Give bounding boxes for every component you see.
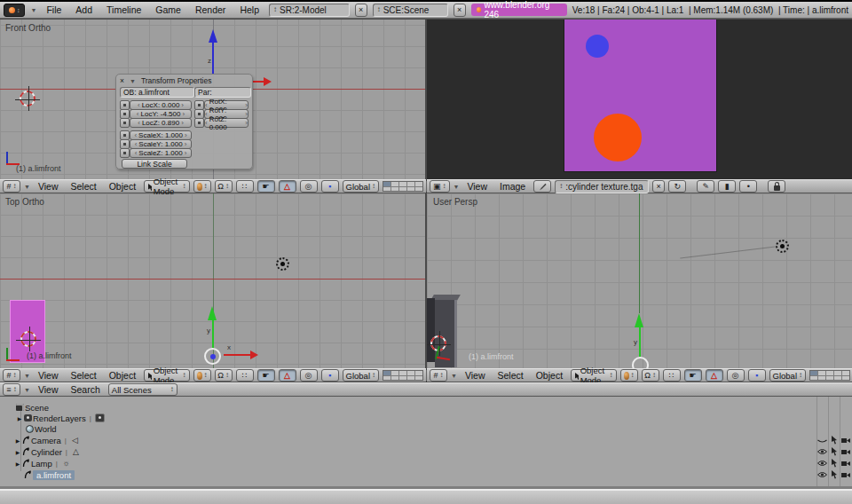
outliner-label-selected[interactable]: a.limfront (33, 470, 75, 480)
outliner-label[interactable]: Scene (25, 403, 49, 413)
manipulator-scale-button[interactable]: ▪ (748, 369, 766, 382)
eye-closed-icon[interactable] (817, 437, 827, 445)
manipulator-center[interactable] (204, 348, 221, 365)
pivot-dropdown[interactable]: Ω ↕ (215, 369, 233, 382)
close-icon[interactable]: × (652, 180, 665, 193)
menu-render[interactable]: Render (191, 4, 230, 15)
pivot-dropdown[interactable]: Ω ↕ (215, 180, 233, 193)
lock-button[interactable] (768, 180, 785, 193)
manipulator-rotate-button[interactable]: ◎ (300, 180, 318, 193)
lock-icon[interactable] (194, 118, 204, 128)
scene-selector[interactable]: ↕ SCE:Scene (373, 4, 448, 17)
screen-selector[interactable]: ↕ SR:2-Model (269, 4, 350, 17)
draw-type-button[interactable]: ↕ (620, 369, 638, 382)
snap-button[interactable]: ∷ (236, 180, 254, 193)
app-menu-button[interactable]: ↕ (4, 4, 25, 17)
mesh-data-icon[interactable]: △ (71, 447, 81, 456)
manipulator-translate-button[interactable]: △ (279, 180, 296, 193)
pulldown-icon[interactable]: ▼ (24, 387, 30, 393)
render-restrict-icon[interactable] (841, 437, 851, 444)
outliner-row-world[interactable]: World (0, 423, 852, 434)
pulldown-icon[interactable]: ▼ (24, 373, 30, 379)
manipulator-toggle-button[interactable]: ☛ (684, 369, 702, 382)
expand-icon[interactable]: ▶ (14, 449, 21, 455)
menu-view[interactable]: View (34, 370, 63, 381)
lamp-object-icon[interactable] (276, 257, 289, 271)
menu-object[interactable]: Object (532, 370, 567, 381)
lock-icon[interactable] (120, 148, 130, 158)
orientation-dropdown[interactable]: Global ↕ (343, 369, 379, 382)
paint-button[interactable]: ✎ (697, 180, 714, 193)
editor-type-button[interactable]: ≡ ↕ (3, 383, 20, 396)
pivot-dropdown[interactable]: Ω ↕ (642, 369, 659, 382)
menu-help[interactable]: Help (235, 4, 264, 15)
outliner-row-lamp[interactable]: ▶ Lamp | ☼ (0, 458, 852, 469)
editor-type-button[interactable]: # ↕ (3, 180, 20, 193)
manipulator-z-arrowhead[interactable] (209, 29, 217, 43)
close-icon[interactable]: × (454, 4, 466, 17)
orientation-dropdown[interactable]: Global ↕ (769, 369, 806, 382)
manipulator-y-arrowhead[interactable] (635, 313, 643, 327)
cursor-select-icon[interactable] (831, 436, 838, 445)
cursor-3d[interactable] (20, 91, 36, 106)
reload-image-button[interactable]: ↻ (668, 180, 686, 193)
manipulator-x-shaft[interactable] (224, 354, 250, 356)
uv-image-editor[interactable] (427, 20, 852, 179)
menu-view[interactable]: View (34, 181, 63, 192)
pulldown-icon[interactable]: ▼ (451, 373, 457, 379)
outliner-label[interactable]: RenderLayers (33, 413, 86, 423)
manipulator-scale-button[interactable]: ▪ (321, 180, 339, 193)
brush-button[interactable] (533, 180, 551, 193)
outliner-row-camera[interactable]: ▶ Camera | ◁ (0, 435, 852, 445)
render-restrict-icon[interactable] (841, 460, 851, 467)
cursor-select-icon[interactable] (831, 470, 838, 479)
manipulator-center[interactable] (632, 357, 649, 368)
menu-object[interactable]: Object (105, 370, 140, 381)
mode-dropdown[interactable]: Object Mode ↕ (144, 180, 189, 193)
menu-image[interactable]: Image (495, 181, 530, 192)
expand-icon[interactable]: ▶ (14, 461, 21, 467)
lock-icon[interactable] (120, 118, 130, 128)
layer-buttons[interactable] (809, 370, 852, 381)
transform-properties-panel[interactable]: × ▼ Transform Properties OB: a.limfront … (115, 74, 253, 169)
menu-timeline[interactable]: Timeline (102, 4, 146, 15)
cursor-select-icon[interactable] (831, 447, 838, 456)
dot-button[interactable]: • (739, 180, 757, 193)
buttons-window-edge[interactable] (0, 489, 852, 504)
manipulator-z-shaft[interactable] (212, 43, 214, 74)
snap-button[interactable]: ∷ (663, 369, 681, 382)
expand-icon[interactable]: ▶ (16, 415, 23, 421)
manipulator-translate-button[interactable]: △ (279, 369, 296, 382)
manipulator-scale-button[interactable]: ▪ (321, 369, 339, 382)
menu-select[interactable]: Select (67, 370, 101, 381)
manipulator-rotate-button[interactable]: ◎ (727, 369, 745, 382)
menu-search[interactable]: Search (67, 384, 105, 395)
pulldown-icon[interactable]: ▼ (24, 184, 30, 190)
render-badge-icon[interactable] (95, 413, 105, 422)
menu-game[interactable]: Game (151, 4, 185, 15)
manipulator-x-arrowhead[interactable] (250, 350, 258, 359)
snap-button[interactable]: ∷ (236, 369, 254, 382)
menu-view[interactable]: View (34, 384, 63, 395)
menu-select[interactable]: Select (493, 370, 528, 381)
outliner-row-a-limfront[interactable]: a.limfront (0, 469, 852, 480)
render-restrict-icon[interactable] (841, 448, 851, 455)
outliner-row-cylinder[interactable]: ▶ Cylinder | △ (0, 446, 852, 457)
locz-field[interactable]: LocZ: 0.890 (130, 118, 192, 128)
clip-button[interactable]: ▮ (718, 180, 736, 193)
outliner-label[interactable]: World (35, 424, 57, 434)
eye-icon[interactable] (817, 460, 827, 467)
camera-data-icon[interactable]: ◁ (70, 436, 80, 445)
scalez-field[interactable]: ScaleZ: 1.000 (130, 148, 192, 158)
outliner-label[interactable]: Lamp (31, 459, 52, 469)
close-icon[interactable]: × (355, 4, 367, 17)
manipulator-y-shaft[interactable] (639, 327, 641, 357)
draw-type-button[interactable]: ↕ (193, 369, 211, 382)
menu-view[interactable]: View (462, 181, 492, 192)
mode-dropdown[interactable]: Object Mode ↕ (571, 369, 616, 382)
manipulator-y-arrowhead[interactable] (208, 306, 217, 320)
editor-type-button[interactable]: ▣ ↕ (430, 180, 450, 193)
ob-name-field[interactable]: OB: a.limfront (120, 87, 194, 98)
outliner-row-renderlayers[interactable]: ▶ RenderLayers | (0, 413, 852, 423)
close-icon[interactable]: × (120, 76, 124, 85)
